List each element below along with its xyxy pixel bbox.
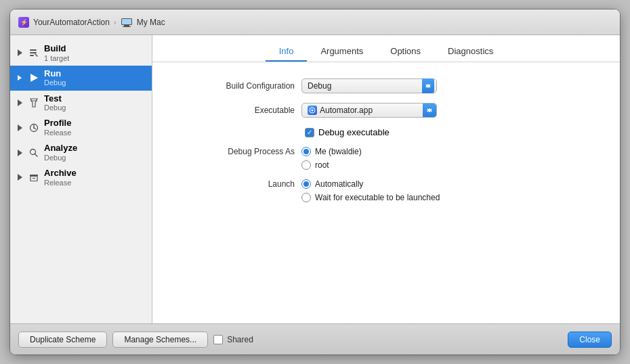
build-text: Build 1 target [44, 43, 69, 63]
mac-icon [121, 18, 133, 27]
tab-info[interactable]: Info [266, 42, 308, 62]
svg-rect-2 [123, 26, 131, 27]
breadcrumb: ⚡ YourAutomatorAction › My Mac [18, 17, 165, 28]
archive-icon [28, 171, 40, 183]
project-name: YourAutomatorAction [33, 18, 110, 27]
toggle-run [16, 74, 24, 82]
test-text: Test Debug [44, 93, 66, 113]
profile-icon [28, 122, 40, 134]
svg-line-14 [35, 154, 38, 156]
run-sub: Debug [44, 78, 66, 87]
build-config-label: Build Configuration [180, 81, 295, 91]
build-sub: 1 target [44, 54, 69, 63]
build-config-select[interactable]: Debug Release [301, 78, 437, 93]
sidebar-item-archive[interactable]: Archive Release [10, 165, 152, 190]
radio-auto-label: Automatically [315, 179, 363, 189]
run-icon [28, 72, 40, 84]
executable-control: Automator.app [301, 103, 491, 118]
automator-app-icon [308, 106, 317, 115]
build-icon [28, 47, 40, 59]
tab-diagnostics[interactable]: Diagnostics [434, 42, 507, 62]
profile-name: Profile [44, 118, 71, 129]
executable-select-wrapper: Automator.app [301, 103, 437, 118]
executable-chevron [423, 104, 436, 117]
project-icon: ⚡ [18, 17, 29, 28]
svg-rect-5 [30, 52, 37, 53]
toggle-build [16, 49, 24, 57]
debug-executable-row: ✓ Debug executable [180, 127, 593, 137]
radio-auto-row: Automatically [301, 179, 440, 189]
radio-me-row: Me (bwaldie) [301, 147, 362, 156]
target-name: My Mac [137, 18, 165, 27]
executable-value: Automator.app [320, 106, 373, 115]
radio-me-button[interactable] [301, 147, 311, 156]
archive-text: Archive Release [44, 168, 77, 187]
radio-root-label: root [315, 160, 329, 170]
executable-display[interactable]: Automator.app [301, 103, 437, 118]
run-name: Run [44, 68, 66, 79]
test-name: Test [44, 93, 66, 104]
debug-process-group: Me (bwaldie) root [301, 147, 362, 170]
toggle-profile [16, 124, 24, 132]
sidebar-item-analyze[interactable]: Analyze Debug [10, 140, 152, 165]
main-window: ⚡ YourAutomatorAction › My Mac [10, 9, 620, 355]
radio-auto-dot [303, 181, 309, 187]
toggle-archive [16, 173, 24, 181]
sidebar: Build 1 target Run Debug [10, 35, 152, 323]
main-panel: Info Arguments Options Diagnostics Build… [152, 35, 620, 323]
build-name: Build [44, 43, 69, 54]
radio-root-row: root [301, 160, 362, 170]
analyze-icon [28, 147, 40, 159]
debug-executable-wrapper: ✓ Debug executable [305, 127, 390, 137]
radio-me-label: Me (bwaldie) [315, 147, 362, 156]
tabs-bar: Info Arguments Options Diagnostics [152, 35, 620, 62]
svg-marker-7 [30, 74, 38, 82]
svg-rect-3 [122, 19, 131, 24]
executable-label: Executable [180, 106, 295, 115]
run-text: Run Debug [44, 68, 66, 88]
radio-root-button[interactable] [301, 160, 311, 170]
checkbox-check: ✓ [307, 129, 312, 136]
launch-row: Launch Automatically Wait for executable… [180, 179, 593, 202]
shared-label: Shared [227, 335, 253, 344]
panel-content: Build Configuration Debug Release [152, 62, 620, 323]
archive-sub: Release [44, 179, 77, 187]
tab-options[interactable]: Options [377, 42, 434, 62]
sidebar-item-profile[interactable]: Profile Release [10, 115, 152, 140]
content-area: Build 1 target Run Debug [10, 35, 620, 323]
test-sub: Debug [44, 104, 66, 112]
sidebar-item-build[interactable]: Build 1 target [10, 41, 152, 66]
tab-arguments[interactable]: Arguments [307, 42, 377, 62]
svg-rect-1 [124, 25, 129, 26]
build-config-select-wrapper: Debug Release [301, 78, 437, 93]
build-config-control: Debug Release [301, 78, 491, 93]
svg-rect-4 [30, 49, 37, 51]
radio-wait-button[interactable] [301, 193, 311, 202]
executable-row: Executable Automator.app [180, 103, 593, 118]
toggle-test [16, 99, 24, 107]
shared-checkbox[interactable] [213, 335, 223, 344]
radio-wait-label: Wait for executable to be launched [315, 193, 440, 202]
debug-process-row: Debug Process As Me (bwaldie) root [180, 147, 593, 170]
svg-point-12 [33, 127, 35, 129]
close-button[interactable]: Close [568, 332, 612, 348]
toggle-analyze [16, 149, 24, 157]
sidebar-item-run[interactable]: Run Debug [10, 66, 152, 91]
analyze-sub: Debug [44, 154, 77, 162]
sidebar-item-test[interactable]: Test Debug [10, 91, 152, 116]
svg-rect-6 [30, 55, 34, 56]
launch-label: Launch [180, 179, 295, 189]
profile-sub: Release [44, 129, 71, 137]
debug-executable-label: Debug executable [318, 127, 390, 137]
debug-executable-checkbox[interactable]: ✓ [305, 128, 314, 137]
radio-wait-row: Wait for executable to be launched [301, 193, 440, 202]
radio-auto-button[interactable] [301, 179, 311, 189]
archive-name: Archive [44, 168, 77, 179]
analyze-name: Analyze [44, 143, 77, 154]
shared-checkbox-wrapper: Shared [213, 335, 253, 344]
svg-point-13 [30, 149, 36, 154]
duplicate-scheme-button[interactable]: Duplicate Scheme [18, 332, 107, 348]
svg-point-19 [312, 110, 314, 112]
manage-schemes-button[interactable]: Manage Schemes... [112, 332, 208, 348]
breadcrumb-separator: › [114, 18, 117, 26]
